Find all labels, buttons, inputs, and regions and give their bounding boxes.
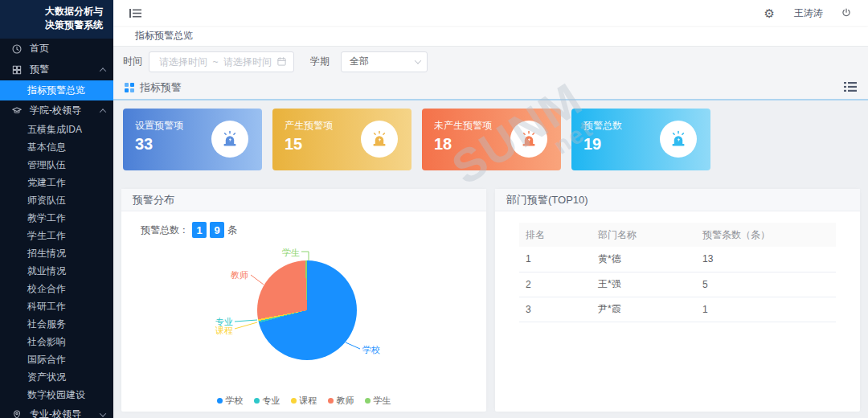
sidebar-item-label: 管理队伍: [27, 158, 66, 172]
legend-dot: [217, 398, 223, 404]
sidebar-item-home[interactable]: 首页: [0, 39, 113, 59]
legend-item-school[interactable]: 学校: [217, 395, 244, 407]
date-start-input[interactable]: [156, 56, 211, 68]
date-end-input[interactable]: [220, 56, 275, 68]
legend-item-teacher[interactable]: 教师: [328, 395, 354, 407]
legend-label: 专业: [263, 395, 280, 407]
sidebar-group-label: 专业-校领导: [30, 408, 100, 418]
sidebar-item[interactable]: 数字校园建设: [0, 387, 113, 404]
sidebar-item[interactable]: 教学工作: [0, 210, 113, 227]
top-navbar: ⚙ 王涛涛: [113, 0, 868, 26]
cell-count: 1: [696, 297, 836, 322]
icon-circle: [211, 121, 248, 158]
pie-chart[interactable]: [257, 260, 357, 360]
sidebar-item[interactable]: 党建工作: [0, 174, 113, 192]
sidebar-item-label: 师资队伍: [27, 194, 66, 207]
sidebar-item[interactable]: 管理队伍: [0, 157, 113, 174]
semester-select[interactable]: 全部: [341, 51, 428, 72]
list-view-button[interactable]: [844, 81, 857, 95]
sidebar-item-label: 数字校园建设: [27, 388, 85, 402]
list-icon: [844, 81, 857, 92]
sidebar-group-label: 学院-校领导: [30, 104, 100, 117]
sidebar-item[interactable]: 国际合作: [0, 351, 113, 369]
sidebar-group-warning[interactable]: 预警: [0, 59, 113, 80]
legend-dot: [365, 398, 371, 404]
sidebar-item[interactable]: 师资队伍: [0, 192, 113, 210]
sidebar-item[interactable]: 五横集成IDA: [0, 121, 113, 139]
legend-label: 学校: [226, 395, 244, 407]
breadcrumb[interactable]: 指标预警总览: [135, 29, 193, 43]
table-row[interactable]: 1 黄*德 13: [519, 247, 836, 272]
date-range-picker[interactable]: ~: [149, 51, 294, 72]
sidebar-item-indicator-overview[interactable]: 指标预警总览: [0, 80, 113, 100]
department-warning-panel: 部门预警(TOP10) 排名 部门名称 预警条数（条） 1 黄*德: [495, 189, 860, 412]
sidebar-item-label: 社会服务: [27, 318, 66, 331]
table-row[interactable]: 2 王*强 5: [519, 272, 836, 297]
date-range-separator: ~: [212, 56, 219, 68]
collapse-sidebar-button[interactable]: [129, 8, 141, 18]
settings-gear-icon[interactable]: ⚙: [764, 7, 775, 19]
breadcrumb-bar: 指标预警总览: [113, 26, 868, 47]
sidebar-item[interactable]: 资产状况: [0, 369, 113, 387]
semester-filter-label: 学期: [310, 55, 330, 68]
sidebar-item[interactable]: 社会影响: [0, 334, 113, 351]
menu-fold-icon: [129, 8, 141, 18]
cell-name: 黄*德: [592, 247, 696, 272]
sidebar-group-label: 预警: [30, 63, 100, 76]
sidebar-item-label: 招生情况: [27, 247, 66, 260]
stat-card-set-warnings[interactable]: 设置预警项 33: [123, 109, 262, 170]
icon-circle: [660, 121, 697, 158]
stat-card-generated-warnings[interactable]: 产生预警项 15: [272, 109, 411, 170]
sidebar-item-label: 学生工作: [27, 229, 66, 243]
stat-cards-row: 设置预警项 33 产生预警项 15 未产生预警项 18 预警总数 19: [113, 100, 868, 170]
legend-dot: [291, 398, 297, 404]
column-header-rank: 排名: [519, 223, 592, 247]
cell-count: 5: [696, 272, 836, 297]
sidebar-group-college[interactable]: 学院-校领导: [0, 100, 113, 121]
sidebar-item[interactable]: 学生工作: [0, 227, 113, 245]
semester-select-value: 全部: [350, 55, 416, 68]
sidebar-item[interactable]: 基本信息: [0, 139, 113, 157]
cell-count: 13: [696, 247, 836, 272]
table-row[interactable]: 3 尹*霞 1: [519, 297, 836, 322]
legend-label: 教师: [337, 395, 354, 407]
sidebar-item[interactable]: 就业情况: [0, 263, 113, 281]
sidebar-item-label: 党建工作: [27, 176, 66, 190]
siren-alarm-icon: [370, 129, 389, 149]
sidebar-item-label: 科研工作: [27, 300, 66, 314]
sidebar-item[interactable]: 校企合作: [0, 281, 113, 298]
legend-dot: [254, 398, 260, 404]
power-icon: [841, 7, 852, 18]
legend-item-course[interactable]: 课程: [291, 395, 317, 407]
legend-item-major[interactable]: 专业: [254, 395, 280, 407]
sidebar-item-label: 教学工作: [27, 211, 66, 225]
sidebar-item-label: 五横集成IDA: [27, 123, 82, 137]
main-content: ⚙ 王涛涛 指标预警总览 时间 ~ 学期 全部 指标预警 设置预警项: [113, 0, 868, 418]
sidebar-item[interactable]: 科研工作: [0, 298, 113, 316]
sidebar-group-major[interactable]: 专业-校领导: [0, 404, 113, 418]
icon-circle: [510, 121, 547, 158]
total-digit: 1: [192, 222, 207, 238]
total-digit: 9: [210, 222, 224, 238]
warning-distribution-panel: 预警分布 预警总数： 1 9 条 学生 教师 专业 课程: [121, 189, 486, 412]
siren-alarm-icon: [669, 129, 688, 149]
stat-card-not-generated-warnings[interactable]: 未产生预警项 18: [422, 109, 561, 170]
stat-card-total-warnings[interactable]: 预警总数 19: [571, 109, 710, 170]
sidebar: 大数据分析与决策预警系统 首页 预警 指标预警总览 学院-校领导 五横集成IDA…: [0, 0, 113, 418]
cell-name: 王*强: [592, 272, 696, 297]
sidebar-item[interactable]: 招生情况: [0, 245, 113, 263]
user-name[interactable]: 王涛涛: [794, 6, 823, 20]
legend-item-student[interactable]: 学生: [365, 395, 391, 407]
pie-chart-area: 学生 教师 专业 课程 学校 学校 专业 课程 教师 学生: [121, 239, 486, 412]
department-table: 排名 部门名称 预警条数（条） 1 黄*德 13 2 王: [495, 211, 860, 322]
total-unit: 条: [227, 223, 237, 237]
siren-alarm-icon: [519, 129, 538, 149]
logout-power-button[interactable]: [841, 7, 852, 18]
sidebar-item[interactable]: 社会服务: [0, 316, 113, 334]
chevron-up-icon: [100, 109, 106, 115]
sidebar-item-label: 社会影响: [27, 335, 66, 349]
panel-title: 预警分布: [121, 189, 486, 211]
pie-label-student: 学生: [282, 247, 300, 259]
legend-dot: [328, 398, 334, 404]
graduation-cap-icon: [11, 105, 23, 117]
